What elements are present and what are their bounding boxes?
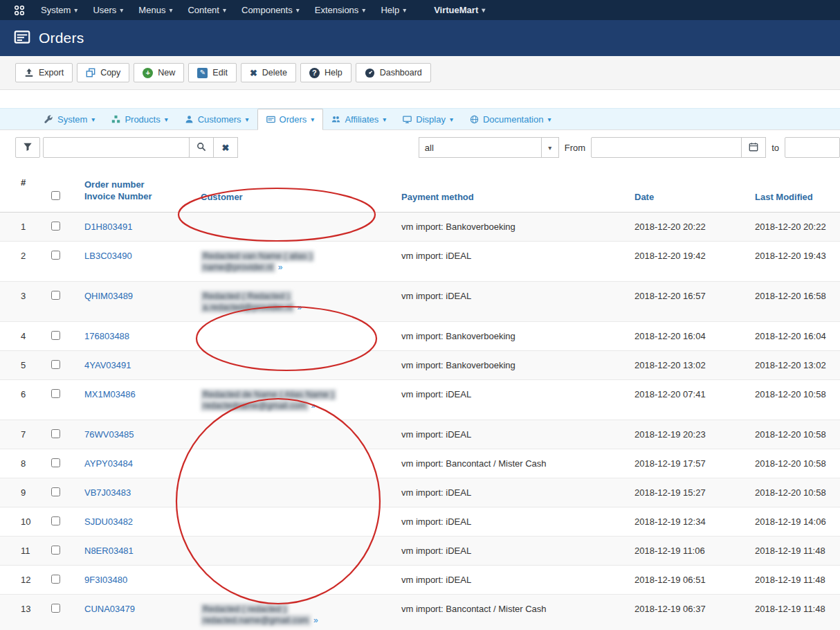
clear-search-button[interactable]: ✖ <box>213 137 238 158</box>
order-number-link[interactable]: 9F3I03480 <box>84 575 127 585</box>
row-index: 8 <box>0 449 32 478</box>
topbar-menu-menus[interactable]: Menus▾ <box>131 0 180 20</box>
payment-method: vm import: Bankoverboeking <box>379 322 612 351</box>
row-checkbox[interactable] <box>51 389 60 398</box>
topbar-menu-content[interactable]: Content▾ <box>180 0 234 20</box>
date-from-input[interactable] <box>591 137 742 158</box>
sort-invoice-number-link[interactable]: Invoice Number <box>84 191 152 201</box>
orders-table-body: 1 D1H803491 vm import: Bankoverboeking 2… <box>0 213 840 630</box>
copy-icon <box>86 68 95 78</box>
delete-button[interactable]: ✖ Delete <box>241 63 296 82</box>
row-checkbox-cell <box>32 595 62 630</box>
filter-bar: ✖ all ▾ From to <box>0 130 840 163</box>
order-number-link[interactable]: D1H803491 <box>84 222 132 232</box>
dashboard-button[interactable]: Dashboard <box>356 63 431 82</box>
caret-down-icon: ▾ <box>169 6 172 14</box>
select-all-checkbox[interactable] <box>51 191 60 200</box>
topbar-menu-system[interactable]: System▾ <box>33 0 85 20</box>
header-order-number[interactable]: Order number Invoice Number <box>62 169 179 213</box>
row-checkbox[interactable] <box>51 222 60 231</box>
row-checkbox[interactable] <box>51 458 60 467</box>
last-modified: 2018-12-20 10:58 <box>733 420 840 449</box>
header-last-modified[interactable]: Last Modified <box>733 169 840 213</box>
vm-menu-system[interactable]: System▾ <box>36 109 103 129</box>
date-to-input[interactable] <box>785 137 840 158</box>
vm-menu-orders[interactable]: Orders▾ <box>257 109 324 130</box>
customer-cell <box>179 566 379 595</box>
order-number-link[interactable]: 4YAV03491 <box>84 360 131 370</box>
row-checkbox[interactable] <box>51 360 60 369</box>
order-number-link[interactable]: AYPY03484 <box>84 458 133 469</box>
customer-link-arrow-icon[interactable]: » <box>311 401 316 411</box>
topbar-menu-extensions[interactable]: Extensions▾ <box>307 0 374 20</box>
customer-link-arrow-icon[interactable]: » <box>297 303 302 312</box>
customer-email-redacted: name@provider.nl <box>201 262 275 273</box>
order-number-link[interactable]: VB7J03483 <box>84 487 131 498</box>
copy-button[interactable]: Copy <box>77 63 129 82</box>
row-checkbox[interactable] <box>51 516 60 525</box>
row-checkbox[interactable] <box>51 251 60 260</box>
order-number-link[interactable]: N8ER03481 <box>84 546 134 556</box>
row-checkbox-cell <box>32 213 62 242</box>
customer-link-arrow-icon[interactable]: » <box>278 262 283 272</box>
last-modified: 2018-12-19 14:06 <box>733 507 840 537</box>
export-button[interactable]: Export <box>15 63 73 82</box>
vm-menu-display[interactable]: Display▾ <box>394 109 462 129</box>
header-date[interactable]: Date <box>612 169 733 213</box>
vm-menu-products[interactable]: Products▾ <box>103 109 176 129</box>
row-checkbox[interactable] <box>51 487 60 496</box>
order-number-cell: 4YAV03491 <box>62 351 179 380</box>
select-caret-button[interactable]: ▾ <box>541 137 559 158</box>
header-customer[interactable]: Customer <box>179 169 379 213</box>
order-number-link[interactable]: CUNA03479 <box>84 604 135 614</box>
table-row: 10 SJDU03482 vm import: iDEAL 2018-12-19… <box>0 507 840 537</box>
customer-email-redacted: redactedname@gmail.com <box>201 400 309 411</box>
order-number-link[interactable]: QHIM03489 <box>84 291 133 301</box>
order-number-link[interactable]: SJDU03482 <box>84 516 133 527</box>
vm-menu-customers[interactable]: Customers▾ <box>176 109 257 129</box>
help-button-label: Help <box>325 68 343 78</box>
sort-payment-link[interactable]: Payment method <box>401 192 474 202</box>
header-payment-method[interactable]: Payment method <box>379 169 612 213</box>
calendar-from-button[interactable] <box>741 137 766 158</box>
row-checkbox[interactable] <box>51 546 60 555</box>
joomla-logo-icon[interactable] <box>6 5 33 16</box>
table-row: 3 QHIM03489 Redacted ( Redacted ) a.reda… <box>0 282 840 322</box>
row-checkbox[interactable] <box>51 291 60 300</box>
row-checkbox[interactable] <box>51 575 60 584</box>
search-input[interactable] <box>43 137 190 158</box>
customer-cell <box>179 420 379 449</box>
sort-modified-link[interactable]: Last Modified <box>755 192 813 202</box>
topbar-brand-virtuemart[interactable]: VirtueMart▾ <box>426 0 493 20</box>
order-number-link[interactable]: LB3C03490 <box>84 251 132 261</box>
topbar-menu-components[interactable]: Components▾ <box>234 0 307 20</box>
edit-button[interactable]: ✎ Edit <box>188 63 237 82</box>
status-filter-select[interactable]: all <box>419 137 542 158</box>
new-button[interactable]: + New <box>134 63 184 82</box>
row-checkbox[interactable] <box>51 604 60 613</box>
customer-cell: Redacted ( redacted ) redacted.name@gmai… <box>179 595 379 630</box>
caret-down-icon: ▾ <box>450 116 453 123</box>
order-date: 2018-12-19 06:51 <box>612 566 733 595</box>
row-checkbox[interactable] <box>51 429 60 438</box>
order-number-link[interactable]: MX1M03486 <box>84 389 136 399</box>
row-checkbox[interactable] <box>51 331 60 340</box>
filter-toggle-button[interactable] <box>15 137 40 158</box>
customer-name-redacted: Redacted van Name ( alias ) <box>201 251 314 262</box>
payment-method: vm import: iDEAL <box>379 242 612 282</box>
sort-customer-link[interactable]: Customer <box>201 192 243 202</box>
topbar-menu-help[interactable]: Help▾ <box>373 0 414 20</box>
customer-link-arrow-icon[interactable]: » <box>313 615 318 625</box>
sort-date-link[interactable]: Date <box>634 192 654 202</box>
caret-down-icon: ▾ <box>223 6 226 14</box>
order-number-link[interactable]: 76WV03485 <box>84 429 134 440</box>
topbar-menu-users[interactable]: Users▾ <box>85 0 131 20</box>
customer-cell: Redacted de Name ( Alias Name ) redacted… <box>179 380 379 420</box>
sort-order-number-link[interactable]: Order number <box>84 179 145 190</box>
vm-menu-documentation[interactable]: Documentation▾ <box>462 109 559 129</box>
order-number-link[interactable]: 176803488 <box>84 331 129 341</box>
customer-name-redacted: Redacted ( Redacted ) <box>201 291 292 302</box>
search-button[interactable] <box>189 137 214 158</box>
help-button[interactable]: ? Help <box>300 63 351 82</box>
vm-menu-affiliates[interactable]: Affiliates▾ <box>323 109 394 129</box>
